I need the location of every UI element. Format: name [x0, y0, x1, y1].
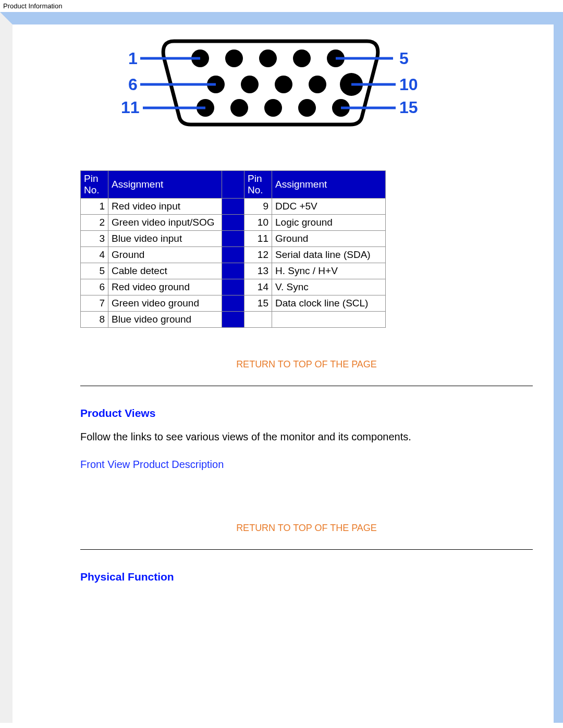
- pin-no-cell: 14: [244, 279, 272, 295]
- svg-point-11: [230, 99, 248, 117]
- pin-no-cell: 5: [81, 263, 108, 279]
- pin-no-cell: 15: [244, 295, 272, 312]
- assignment-cell: Green video ground: [108, 295, 222, 312]
- col-assignment-1: Assignment: [108, 171, 222, 199]
- table-row: 2Green video input/SOG10Logic ground: [81, 215, 386, 231]
- page-header-title: Product Information: [0, 0, 563, 12]
- product-views-body: Follow the links to see various views of…: [80, 431, 533, 443]
- svg-point-12: [264, 99, 282, 117]
- svg-point-3: [293, 50, 311, 67]
- dsub15-connector-icon: 1 6 11 5 10 15: [96, 30, 430, 129]
- assignment-cell: Blue video ground: [108, 312, 222, 328]
- assignment-cell: Red video ground: [108, 279, 222, 295]
- pin-no-cell: [244, 312, 272, 328]
- assignment-cell: Red video input: [108, 199, 222, 215]
- pin-no-cell: 9: [244, 199, 272, 215]
- return-to-top-link[interactable]: RETURN TO TOP OF THE PAGE: [236, 523, 377, 533]
- pin-no-cell: 12: [244, 247, 272, 263]
- table-row: 1Red video input9DDC +5V: [81, 199, 386, 215]
- pin-label-6: 6: [128, 75, 138, 94]
- divider: [80, 386, 533, 386]
- pin-no-cell: 4: [81, 247, 108, 263]
- table-spacer: [222, 312, 244, 328]
- pin-no-cell: 2: [81, 215, 108, 231]
- assignment-cell: H. Sync / H+V: [272, 263, 386, 279]
- assignment-cell: Cable detect: [108, 263, 222, 279]
- pin-label-11: 11: [121, 98, 140, 117]
- svg-point-7: [275, 76, 292, 93]
- page-frame: 1 6 11 5 10 15 Pin No. Assignment Pin No…: [0, 12, 563, 723]
- return-to-top-link[interactable]: RETURN TO TOP OF THE PAGE: [236, 359, 377, 369]
- table-spacer: [222, 263, 244, 279]
- assignment-cell: V. Sync: [272, 279, 386, 295]
- col-pin-no-1: Pin No.: [81, 171, 108, 199]
- assignment-cell: Ground: [108, 247, 222, 263]
- front-view-link[interactable]: Front View Product Description: [80, 459, 224, 471]
- physical-function-heading: Physical Function: [80, 571, 533, 583]
- table-spacer: [222, 295, 244, 312]
- product-views-heading: Product Views: [80, 407, 533, 419]
- divider: [80, 549, 533, 550]
- pin-no-cell: 7: [81, 295, 108, 312]
- svg-point-6: [241, 76, 259, 93]
- assignment-cell: DDC +5V: [272, 199, 386, 215]
- pin-no-cell: 11: [244, 231, 272, 247]
- table-row: 6Red video ground14V. Sync: [81, 279, 386, 295]
- col-pin-no-2: Pin No.: [244, 171, 272, 199]
- table-row: 4Ground12Serial data line (SDA): [81, 247, 386, 263]
- table-row: 3Blue video input11Ground: [81, 231, 386, 247]
- pin-label-1: 1: [128, 49, 138, 68]
- table-row: 8Blue video ground: [81, 312, 386, 328]
- table-row: 7Green video ground15Data clock line (SC…: [81, 295, 386, 312]
- table-spacer: [222, 215, 244, 231]
- table-row: 5Cable detect13H. Sync / H+V: [81, 263, 386, 279]
- pin-assignment-table: Pin No. Assignment Pin No. Assignment 1R…: [80, 170, 386, 328]
- assignment-cell: [272, 312, 386, 328]
- table-spacer: [222, 279, 244, 295]
- pin-no-cell: 3: [81, 231, 108, 247]
- connector-diagram: 1 6 11 5 10 15: [96, 24, 430, 129]
- assignment-cell: Logic ground: [272, 215, 386, 231]
- svg-point-8: [309, 76, 326, 93]
- table-spacer: [222, 247, 244, 263]
- pin-no-cell: 8: [81, 312, 108, 328]
- assignment-cell: Ground: [272, 231, 386, 247]
- svg-point-1: [225, 50, 243, 67]
- col-assignment-2: Assignment: [272, 171, 386, 199]
- pin-no-cell: 10: [244, 215, 272, 231]
- assignment-cell: Blue video input: [108, 231, 222, 247]
- assignment-cell: Serial data line (SDA): [272, 247, 386, 263]
- pin-label-5: 5: [399, 49, 409, 68]
- table-spacer: [222, 199, 244, 215]
- pin-label-10: 10: [399, 75, 418, 94]
- table-spacer: [222, 171, 244, 199]
- table-spacer: [222, 231, 244, 247]
- svg-point-13: [298, 99, 316, 117]
- svg-point-2: [259, 50, 277, 67]
- assignment-cell: Data clock line (SCL): [272, 295, 386, 312]
- pin-no-cell: 1: [81, 199, 108, 215]
- pin-label-15: 15: [399, 98, 418, 117]
- assignment-cell: Green video input/SOG: [108, 215, 222, 231]
- pin-no-cell: 13: [244, 263, 272, 279]
- pin-no-cell: 6: [81, 279, 108, 295]
